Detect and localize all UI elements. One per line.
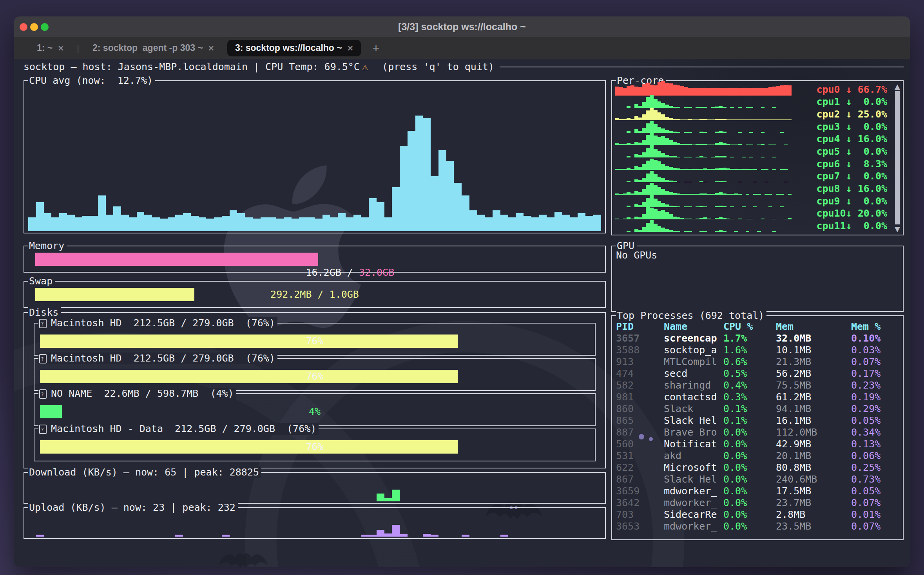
process-row-cell[interactable]: 531 [616, 450, 664, 462]
process-row-cell[interactable]: 0.03% [851, 344, 900, 356]
column-header[interactable]: Name [664, 321, 723, 333]
tab-2[interactable]: 2: socktop_agent -p 303 ~× [85, 40, 222, 56]
process-row-cell[interactable]: Slack Hel [664, 474, 723, 485]
process-row-cell[interactable]: 0.0% [723, 521, 776, 532]
process-row-cell[interactable]: 981 [616, 391, 664, 403]
process-row-cell[interactable]: Notificat [664, 438, 723, 450]
scrollbar-thumb[interactable] [895, 91, 900, 224]
scroll-down-icon[interactable]: ▼ [895, 225, 900, 233]
process-row-cell[interactable]: 0.0% [723, 438, 776, 450]
window-titlebar[interactable]: [3/3] socktop ws://localho ~ [14, 16, 910, 37]
process-row-cell[interactable]: 0.0% [723, 485, 776, 497]
process-row-cell[interactable]: SidecarRe [664, 509, 723, 521]
scrollbar-track[interactable] [895, 91, 900, 224]
process-row-cell[interactable]: 32.0MB [776, 333, 851, 344]
process-row-cell[interactable]: 0.73% [851, 474, 900, 485]
process-row-cell[interactable]: mdworker_ [664, 497, 723, 509]
process-row-cell[interactable]: 1.7% [723, 333, 776, 344]
process-row-cell[interactable]: 3642 [616, 497, 664, 509]
process-row-cell[interactable]: mdworker_ [664, 521, 723, 532]
process-row-cell[interactable]: 3659 [616, 485, 664, 497]
process-row-cell[interactable]: 16.1MB [776, 415, 851, 427]
tab-1[interactable]: 1: ~× [29, 40, 71, 56]
process-row-cell[interactable]: 20.1MB [776, 450, 851, 462]
process-row-cell[interactable]: 0.0% [723, 474, 776, 485]
tab-3[interactable]: 3: socktop ws://localho ~× [227, 40, 361, 56]
process-row-cell[interactable]: 240.6MB [776, 474, 851, 485]
process-row-cell[interactable]: 2.8MB [776, 509, 851, 521]
process-row-cell[interactable]: 42.9MB [776, 438, 851, 450]
process-row-cell[interactable]: 3588 [616, 344, 664, 356]
process-row-cell[interactable]: 10.1MB [776, 344, 851, 356]
process-row-cell[interactable]: 865 [616, 415, 664, 427]
process-row-cell[interactable]: mdworker_ [664, 485, 723, 497]
process-row-cell[interactable]: 80.8MB [776, 462, 851, 474]
process-row-cell[interactable]: 23.7MB [776, 497, 851, 509]
process-row-cell[interactable]: 0.1% [723, 403, 776, 415]
process-row-cell[interactable]: 3657 [616, 333, 664, 344]
process-row-cell[interactable]: Brave Bro [664, 427, 723, 438]
process-row-cell[interactable]: 0.07% [851, 497, 900, 509]
process-row-cell[interactable]: 0.0% [723, 450, 776, 462]
process-row-cell[interactable]: 0.29% [851, 403, 900, 415]
process-row-cell[interactable]: Microsoft [664, 462, 723, 474]
process-row-cell[interactable]: 112.0MB [776, 427, 851, 438]
process-row-cell[interactable]: 622 [616, 462, 664, 474]
process-row-cell[interactable]: MTLCompil [664, 356, 723, 368]
process-row-cell[interactable]: 0.01% [851, 509, 900, 521]
process-row-cell[interactable]: 0.34% [851, 427, 900, 438]
process-row-cell[interactable]: 0.07% [851, 356, 900, 368]
process-row-cell[interactable]: 913 [616, 356, 664, 368]
process-row-cell[interactable]: 0.5% [723, 368, 776, 380]
process-row-cell[interactable]: 0.23% [851, 380, 900, 391]
percore-scrollbar[interactable]: ▲ ▼ [893, 83, 902, 233]
process-row-cell[interactable]: 0.0% [723, 509, 776, 521]
column-header[interactable]: Mem [776, 321, 851, 333]
column-header[interactable]: CPU % [723, 321, 776, 333]
process-row-cell[interactable]: 703 [616, 509, 664, 521]
process-row-cell[interactable]: 0.19% [851, 391, 900, 403]
process-row-cell[interactable]: 0.0% [723, 497, 776, 509]
process-row-cell[interactable]: 1.6% [723, 344, 776, 356]
process-row-cell[interactable]: 0.06% [851, 450, 900, 462]
tab-close-icon[interactable]: × [348, 43, 353, 54]
process-row-cell[interactable]: 0.13% [851, 438, 900, 450]
tab-close-icon[interactable]: × [208, 43, 214, 54]
process-row-cell[interactable]: 867 [616, 474, 664, 485]
process-row-cell[interactable]: 75.5MB [776, 380, 851, 391]
process-row-cell[interactable]: secd [664, 368, 723, 380]
process-row-cell[interactable]: 0.3% [723, 391, 776, 403]
process-row-cell[interactable]: 61.2MB [776, 391, 851, 403]
new-tab-button[interactable]: + [366, 42, 386, 55]
tab-close-icon[interactable]: × [58, 43, 63, 54]
column-header[interactable]: PID [616, 321, 664, 333]
process-row-cell[interactable]: sharingd [664, 380, 723, 391]
process-row-cell[interactable]: Slack [664, 403, 723, 415]
process-row-cell[interactable]: 0.05% [851, 485, 900, 497]
process-row-cell[interactable]: 0.4% [723, 380, 776, 391]
process-row-cell[interactable]: 56.2MB [776, 368, 851, 380]
process-row-cell[interactable]: 0.0% [723, 462, 776, 474]
process-row-cell[interactable]: 0.1% [723, 415, 776, 427]
column-header[interactable]: Mem % [851, 321, 900, 333]
process-row-cell[interactable]: 582 [616, 380, 664, 391]
process-row-cell[interactable]: contactsd [664, 391, 723, 403]
process-row-cell[interactable]: 21.3MB [776, 356, 851, 368]
process-row-cell[interactable]: 0.0% [723, 427, 776, 438]
process-row-cell[interactable]: akd [664, 450, 723, 462]
process-row-cell[interactable]: 0.25% [851, 462, 900, 474]
process-row-cell[interactable]: Slack Hel [664, 415, 723, 427]
process-row-cell[interactable]: 887 [616, 427, 664, 438]
scroll-up-icon[interactable]: ▲ [895, 83, 900, 90]
process-row-cell[interactable]: 23.5MB [776, 521, 851, 532]
process-row-cell[interactable]: 3653 [616, 521, 664, 532]
process-row-cell[interactable]: 17.5MB [776, 485, 851, 497]
process-row-cell[interactable]: 0.05% [851, 415, 900, 427]
process-row-cell[interactable]: 860 [616, 403, 664, 415]
process-row-cell[interactable]: 0.17% [851, 368, 900, 380]
process-row-cell[interactable]: 560 [616, 438, 664, 450]
process-row-cell[interactable]: 0.10% [851, 333, 900, 344]
process-row-cell[interactable]: 94.1MB [776, 403, 851, 415]
process-row-cell[interactable]: 0.6% [723, 356, 776, 368]
process-row-cell[interactable]: socktop_a [664, 344, 723, 356]
